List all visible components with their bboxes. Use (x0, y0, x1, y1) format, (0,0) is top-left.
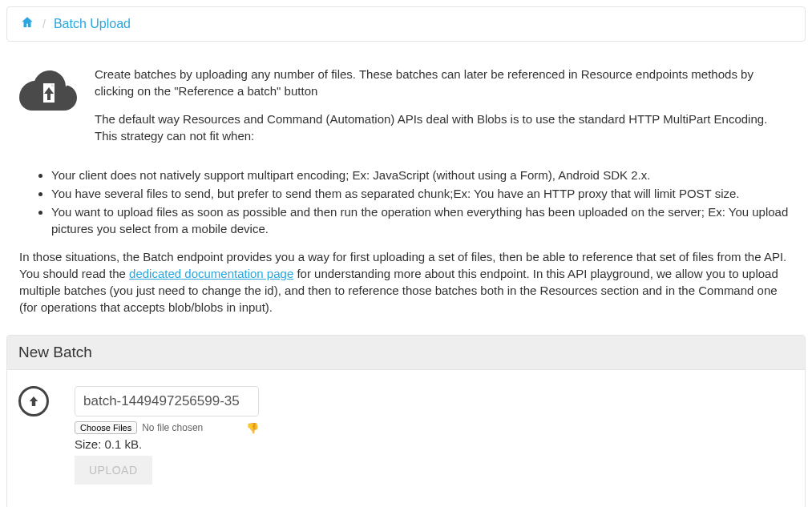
breadcrumb: / Batch Upload (6, 6, 806, 42)
new-batch-panel: New Batch Choose Files No file chosen 👎 … (6, 335, 806, 507)
breadcrumb-separator: / (42, 18, 46, 30)
bullet-list: Your client does not natively support mu… (19, 167, 793, 237)
outro-paragraph: In those situations, the Batch endpoint … (19, 248, 793, 316)
size-text: Size: 0.1 kB. (75, 437, 259, 451)
upload-arrow-icon (18, 386, 49, 416)
breadcrumb-home-link[interactable] (20, 15, 34, 33)
cloud-upload-icon (19, 69, 77, 111)
batch-form: Choose Files No file chosen 👎 Size: 0.1 … (75, 386, 259, 485)
list-item: You have several files to send, but pref… (51, 185, 793, 202)
breadcrumb-current[interactable]: Batch Upload (54, 17, 131, 31)
documentation-link[interactable]: dedicated documentation page (129, 267, 293, 280)
intro-paragraph-1: Create batches by uploading any number o… (95, 66, 793, 99)
thumbs-down-icon[interactable]: 👎 (246, 422, 259, 434)
batch-id-input[interactable] (75, 386, 259, 416)
intro-paragraph-2: The default way Resources and Command (A… (95, 111, 793, 144)
home-icon (20, 15, 34, 30)
panel-title: New Batch (7, 336, 805, 370)
list-item: Your client does not natively support mu… (51, 167, 793, 183)
upload-button[interactable]: UPLOAD (75, 456, 152, 485)
intro-text: Create batches by uploading any number o… (95, 66, 793, 155)
list-item: You want to upload files as soon as poss… (51, 203, 793, 237)
content-area: Create batches by uploading any number o… (6, 58, 806, 335)
choose-files-button[interactable]: Choose Files (75, 421, 137, 434)
file-status-text: No file chosen (142, 422, 203, 433)
